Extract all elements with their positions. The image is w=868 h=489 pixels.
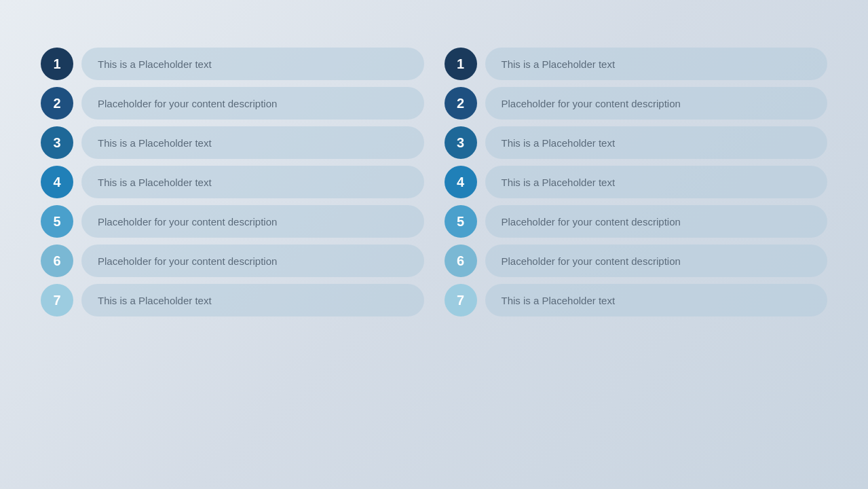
- text-bar: This is a Placeholder text: [485, 126, 828, 159]
- slide: 1This is a Placeholder text2Placeholder …: [0, 0, 868, 489]
- text-bar: This is a Placeholder text: [81, 48, 424, 80]
- list-item: 3This is a Placeholder text: [41, 126, 424, 159]
- column-left: 1This is a Placeholder text2Placeholder …: [41, 48, 424, 316]
- list-item: 7This is a Placeholder text: [41, 284, 424, 316]
- number-circle: 3: [41, 126, 73, 159]
- number-circle: 3: [445, 126, 477, 159]
- text-bar: This is a Placeholder text: [81, 166, 424, 198]
- number-circle: 5: [41, 205, 73, 238]
- number-circle: 2: [445, 87, 477, 120]
- text-bar: Placeholder for your content description: [81, 87, 424, 120]
- text-bar: This is a Placeholder text: [485, 284, 828, 316]
- text-bar: Placeholder for your content description: [81, 244, 424, 277]
- number-circle: 2: [41, 87, 73, 120]
- number-circle: 6: [445, 244, 477, 277]
- text-bar: Placeholder for your content description: [485, 244, 828, 277]
- list-item: 4This is a Placeholder text: [445, 166, 828, 198]
- number-circle: 6: [41, 244, 73, 277]
- list-item: 2Placeholder for your content descriptio…: [41, 87, 424, 120]
- columns-wrapper: 1This is a Placeholder text2Placeholder …: [41, 48, 827, 316]
- list-item: 2Placeholder for your content descriptio…: [445, 87, 828, 120]
- number-circle: 1: [445, 48, 477, 80]
- text-bar: Placeholder for your content description: [485, 205, 828, 238]
- number-circle: 7: [41, 284, 73, 316]
- text-bar: Placeholder for your content description: [81, 205, 424, 238]
- list-item: 3This is a Placeholder text: [445, 126, 828, 159]
- list-item: 5Placeholder for your content descriptio…: [445, 205, 828, 238]
- number-circle: 7: [445, 284, 477, 316]
- text-bar: Placeholder for your content description: [485, 87, 828, 120]
- text-bar: This is a Placeholder text: [485, 166, 828, 198]
- text-bar: This is a Placeholder text: [485, 48, 828, 80]
- number-circle: 4: [445, 166, 477, 198]
- list-item: 6Placeholder for your content descriptio…: [445, 244, 828, 277]
- number-circle: 5: [445, 205, 477, 238]
- number-circle: 4: [41, 166, 73, 198]
- list-item: 1This is a Placeholder text: [445, 48, 828, 80]
- list-item: 5Placeholder for your content descriptio…: [41, 205, 424, 238]
- list-item: 7This is a Placeholder text: [445, 284, 828, 316]
- list-item: 6Placeholder for your content descriptio…: [41, 244, 424, 277]
- text-bar: This is a Placeholder text: [81, 284, 424, 316]
- text-bar: This is a Placeholder text: [81, 126, 424, 159]
- number-circle: 1: [41, 48, 73, 80]
- column-right: 1This is a Placeholder text2Placeholder …: [445, 48, 828, 316]
- list-item: 4This is a Placeholder text: [41, 166, 424, 198]
- list-item: 1This is a Placeholder text: [41, 48, 424, 80]
